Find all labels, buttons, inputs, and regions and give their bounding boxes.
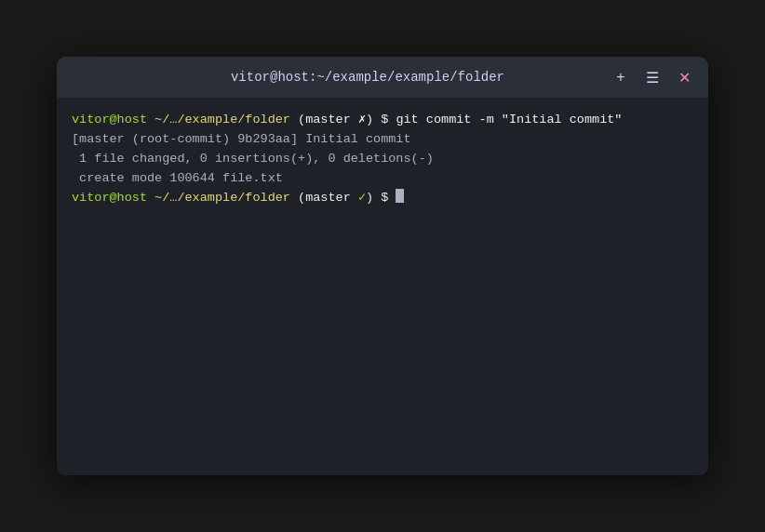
terminal-line: create mode 100644 file.txt	[72, 169, 693, 189]
command-text: ) $ git commit -m "Initial commit"	[366, 111, 622, 130]
terminal-line: vitor@host ~/…/example/folder (master ✗)…	[72, 111, 693, 130]
prompt-branch-open: (master	[290, 111, 358, 130]
window-title: vitor@host:~/example/example/folder	[126, 70, 610, 85]
prompt-user: vitor@host	[72, 111, 147, 130]
prompt-branch-check: ✓	[358, 189, 366, 208]
terminal-line-active: vitor@host ~/…/example/folder (master ✓)…	[72, 189, 693, 208]
title-bar: vitor@host:~/example/example/folder + ☰ …	[57, 57, 708, 98]
output-text: [master (root-commit) 9b293aa] Initial c…	[72, 130, 411, 150]
prompt-branch-open: (master	[290, 189, 358, 208]
output-text: 1 file changed, 0 insertions(+), 0 delet…	[72, 150, 434, 169]
cursor	[396, 189, 404, 203]
output-text: create mode 100644 file.txt	[72, 169, 283, 189]
prompt-user: vitor@host	[72, 189, 147, 208]
prompt-dollar: ) $	[366, 189, 396, 208]
title-bar-actions: + ☰ ✕	[610, 66, 695, 88]
menu-button[interactable]: ☰	[641, 66, 664, 88]
close-button[interactable]: ✕	[673, 66, 695, 88]
terminal-window: vitor@host:~/example/example/folder + ☰ …	[57, 57, 708, 475]
prompt-branch-status: ✗	[358, 111, 366, 130]
terminal-body: vitor@host ~/…/example/folder (master ✗)…	[57, 98, 708, 475]
prompt-path: ~/…/example/folder	[147, 189, 290, 208]
terminal-line: 1 file changed, 0 insertions(+), 0 delet…	[72, 150, 693, 169]
add-tab-button[interactable]: +	[610, 66, 632, 88]
terminal-line: [master (root-commit) 9b293aa] Initial c…	[72, 130, 693, 150]
prompt-path: ~/…/example/folder	[147, 111, 290, 130]
